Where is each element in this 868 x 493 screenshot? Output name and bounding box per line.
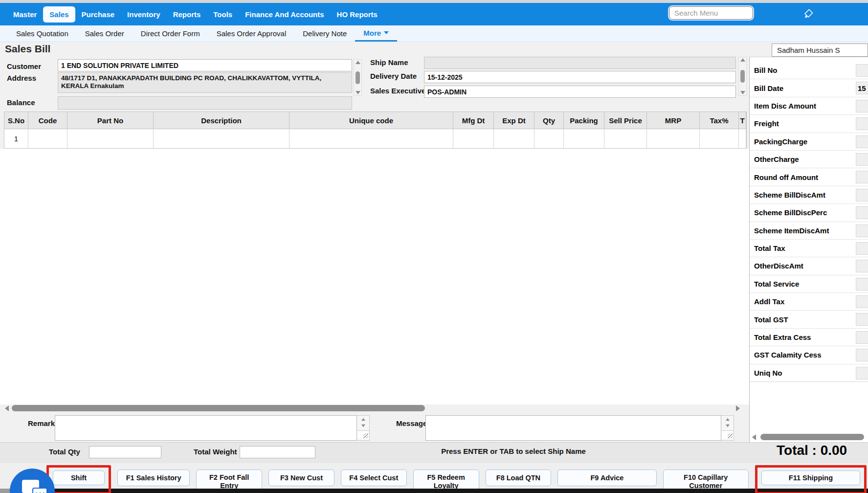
f9-advice-button[interactable]: F9 Advice (557, 470, 656, 486)
panel-horizontal-scrollbar[interactable] (752, 434, 866, 440)
scheme-billdiscperc-value[interactable] (856, 206, 868, 219)
remarks-textarea[interactable] (55, 415, 357, 441)
sales-bill-screen: Master Sales Purchase Inventory Reports … (0, 0, 868, 493)
customer-panel-scrollbar[interactable] (354, 59, 362, 96)
message-field-wrap (425, 415, 721, 441)
nav-item-reports[interactable]: Reports (167, 6, 207, 22)
nav-item-master[interactable]: Master (7, 6, 43, 22)
col-header-unique-code: Unique code (289, 112, 453, 129)
total-service-value[interactable] (856, 278, 868, 291)
field-row-gst-calamity-cess: GST Calamity Cess (750, 346, 868, 364)
round-off-amount-value[interactable] (856, 171, 868, 183)
page-title: Sales Bill (5, 43, 50, 55)
row1-sell-price-cell[interactable] (604, 129, 647, 148)
subnav-more-dropdown[interactable]: More (355, 25, 397, 42)
row1-part-no-cell[interactable] (67, 129, 154, 148)
f3-new-cust-button[interactable]: F3 New Cust (268, 470, 334, 486)
row1-code-cell[interactable] (28, 129, 67, 148)
field-row-round-off-amount: Round off Amount (750, 168, 868, 186)
nav-item-tools[interactable]: Tools (207, 6, 239, 22)
subnav-item-sales-order[interactable]: Sales Order (77, 25, 133, 42)
item-disc-amount-value[interactable] (856, 100, 868, 112)
nav-item-sales[interactable]: Sales (43, 6, 75, 22)
other-charge-value[interactable] (856, 153, 868, 166)
addl-tax-value[interactable] (856, 295, 868, 308)
subnav-item-sales-order-approval[interactable]: Sales Order Approval (208, 25, 295, 42)
otherdiscamt-value[interactable] (856, 260, 868, 272)
remarks-spinner[interactable] (357, 415, 370, 441)
scheme-itemdiscamt-value[interactable] (856, 224, 868, 237)
row1-unique-code-cell[interactable] (289, 129, 453, 148)
grid-horizontal-scrollbar[interactable] (4, 404, 741, 412)
subnav-item-direct-order-form[interactable]: Direct Order Form (133, 25, 208, 42)
delivery-date-input[interactable] (424, 71, 736, 83)
subnav-item-sales-quotation[interactable]: Sales Quotation (8, 25, 77, 42)
total-qty-label: Total Qty (49, 448, 80, 456)
field-row-total-service: Total Service (750, 275, 868, 293)
sales-executive-label: Sales Executive (370, 87, 425, 95)
button-label: Shift (71, 474, 87, 482)
sales-executive-input[interactable] (424, 86, 736, 98)
row1-packing-cell[interactable] (564, 129, 604, 148)
message-label: Message (396, 419, 427, 427)
f1-sales-history-button[interactable]: F1 Sales History (117, 470, 190, 486)
gst-calamity-cess-value[interactable] (856, 349, 868, 361)
field-row-packing-charge: PackingCharge (750, 133, 868, 151)
nav-item-purchase[interactable]: Purchase (75, 6, 121, 22)
bill-date-value[interactable]: 15 (856, 82, 868, 94)
shift-button[interactable]: Shift (53, 471, 105, 485)
delivery-date-label: Delivery Date (370, 72, 417, 80)
resize-grip-icon[interactable] (728, 433, 733, 438)
nav-item-inventory[interactable]: Inventory (121, 6, 167, 22)
message-textarea[interactable] (425, 415, 721, 441)
packing-charge-value[interactable] (856, 135, 868, 148)
grid-hscroll-thumb[interactable] (12, 405, 425, 411)
items-grid-row-1[interactable]: 1 (4, 129, 747, 149)
field-row-total-gst: Total GST (750, 311, 868, 328)
scheme-billdiscamt-value[interactable] (856, 189, 868, 202)
freight-value[interactable] (856, 117, 868, 130)
f8-load-qtn-button[interactable]: F8 Load QTN (486, 470, 552, 486)
resize-grip-icon[interactable] (363, 433, 368, 438)
ship-name-label: Ship Name (370, 58, 408, 67)
total-extra-cess-value[interactable] (856, 331, 868, 344)
total-qty-input[interactable] (89, 446, 161, 458)
nav-item-ho-reports[interactable]: HO Reports (331, 6, 384, 22)
col-header-part-no: Part No (67, 112, 154, 129)
message-spinner[interactable] (721, 415, 734, 441)
uniq-no-value[interactable] (856, 367, 868, 380)
nav-item-finance-and-accounts[interactable]: Finance And Accounts (239, 6, 330, 22)
row1-qty-cell[interactable] (534, 129, 564, 148)
f4-select-cust-button[interactable]: F4 Select Cust (341, 470, 407, 486)
balance-label: Balance (7, 98, 35, 107)
panel-hscroll-thumb[interactable] (760, 434, 864, 440)
bill-no-value[interactable] (856, 64, 868, 77)
row1-last-cell[interactable] (739, 129, 746, 148)
row1-tax-pct-cell[interactable] (700, 129, 739, 148)
row1-description-cell[interactable] (154, 129, 289, 148)
field-row-uniq-no: Uniq No (750, 364, 868, 382)
row1-mfg-dt-cell[interactable] (453, 129, 494, 148)
subnav-item-delivery-note[interactable]: Delivery Note (294, 25, 355, 42)
ship-panel-scrollbar[interactable] (738, 57, 747, 96)
balance-field (58, 96, 352, 110)
row1-exp-dt-cell[interactable] (494, 129, 534, 148)
search-input[interactable] (669, 6, 753, 20)
f11-shipping-button[interactable]: F11 Shipping (761, 471, 860, 485)
field-row-scheme-billdiscamt: Scheme BillDiscAmt (750, 186, 868, 204)
field-row-other-charge: OtherCharge (750, 151, 868, 168)
button-label: F5 Redeem (427, 473, 465, 482)
ship-name-field[interactable] (424, 57, 736, 69)
total-gst-value[interactable] (856, 313, 868, 326)
address-field[interactable]: 48/1717 D1, PANAKKAPADATH BUILDING PC RO… (58, 72, 352, 93)
field-row-addl-tax: Addl Tax (750, 293, 868, 311)
logged-in-user[interactable]: Sadham Hussain S (772, 44, 868, 57)
button-label: F8 Load QTN (496, 474, 540, 482)
row1-mrp-cell[interactable] (647, 129, 700, 148)
total-weight-input[interactable] (240, 446, 315, 458)
customer-input[interactable] (58, 59, 352, 71)
paintbrush-icon[interactable] (802, 8, 814, 20)
col-header-mrp: MRP (647, 112, 700, 129)
sales-subnav: Sales Quotation Sales Order Direct Order… (0, 25, 868, 42)
total-tax-value[interactable] (856, 242, 868, 255)
